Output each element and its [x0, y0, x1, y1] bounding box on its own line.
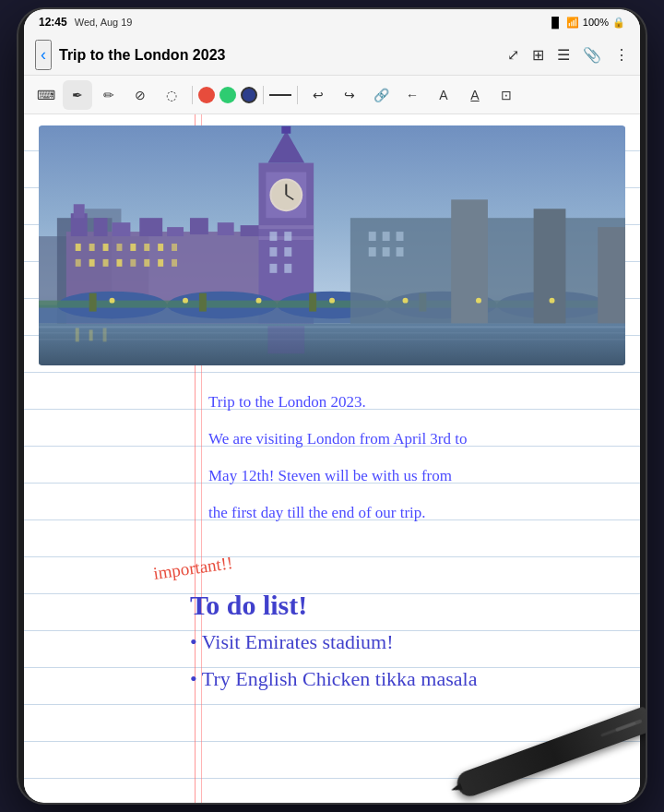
svg-rect-25 — [116, 259, 122, 267]
status-time: 12:45 — [39, 16, 67, 29]
svg-rect-38 — [259, 225, 314, 229]
svg-rect-26 — [130, 259, 136, 267]
list-icon[interactable]: ☰ — [557, 46, 570, 64]
status-date: Wed, Aug 19 — [75, 17, 133, 28]
svg-rect-16 — [103, 244, 109, 251]
content-area: Trip to the London 2023. We are visiting… — [24, 125, 640, 803]
svg-rect-13 — [241, 225, 261, 236]
note-line-2: We are visiting London from April 3rd to — [208, 421, 622, 458]
note-line-4: the first day till the end of our trip. — [208, 495, 622, 531]
svg-rect-6 — [74, 204, 85, 218]
svg-rect-63 — [397, 232, 404, 241]
color-dark-blue[interactable] — [241, 87, 257, 103]
link-tool[interactable]: 🔗 — [366, 80, 396, 110]
layout-icon[interactable]: ⊞ — [532, 46, 544, 64]
note-line-1: Trip to the London 2023. — [208, 384, 622, 421]
toolbar: ⌨ ✒ ✏ ⊘ ◌ ↩ ↪ 🔗 ← A A ⊡ — [24, 76, 640, 114]
toolbar-separator-3 — [297, 86, 298, 104]
todo-title: To do list! — [190, 587, 622, 624]
svg-rect-19 — [144, 244, 149, 251]
svg-rect-71 — [267, 326, 304, 353]
pen-tool[interactable]: ✒ — [63, 80, 92, 110]
svg-rect-11 — [190, 218, 208, 234]
more-icon[interactable]: ⋮ — [614, 46, 629, 64]
color-green[interactable] — [219, 87, 236, 103]
signal-icon: ▐▌ — [548, 17, 563, 28]
svg-rect-14 — [76, 244, 81, 251]
redo-button[interactable]: ↪ — [335, 80, 364, 110]
todo-item-1: • Visit Emirates stadium! — [190, 624, 622, 661]
svg-rect-28 — [158, 259, 163, 267]
title-bar: ‹ Trip to the London 2023 ⤢ ⊞ ☰ 📎 ⋮ — [24, 35, 640, 76]
svg-rect-55 — [309, 293, 316, 312]
svg-rect-21 — [172, 244, 177, 251]
title-actions: ⤢ ⊞ ☰ 📎 ⋮ — [507, 46, 629, 64]
svg-rect-64 — [369, 247, 376, 257]
svg-rect-44 — [269, 264, 277, 273]
align-tool[interactable]: ← — [397, 80, 427, 110]
svg-rect-7 — [94, 218, 108, 236]
london-scene-svg — [39, 125, 625, 365]
london-image-container — [39, 125, 625, 365]
grid-tool[interactable]: ⊡ — [492, 80, 521, 110]
handwritten-section: important!! To do list! • Visit Emirates… — [24, 543, 640, 716]
svg-rect-22 — [76, 259, 81, 267]
toolbar-separator-1 — [192, 86, 193, 104]
important-label: important!! — [151, 544, 235, 592]
lock-icon: 🔒 — [612, 17, 625, 29]
toolbar-separator-2 — [263, 86, 264, 104]
pencil-tool[interactable]: ✏ — [94, 80, 124, 110]
note-text-area: Trip to the London 2023. We are visiting… — [24, 373, 640, 543]
svg-rect-17 — [116, 244, 122, 251]
back-button[interactable]: ‹ — [35, 40, 52, 70]
svg-rect-59 — [534, 209, 566, 328]
svg-rect-24 — [103, 259, 109, 267]
svg-rect-58 — [451, 199, 488, 328]
svg-point-75 — [110, 298, 115, 304]
svg-rect-18 — [130, 244, 136, 251]
svg-point-81 — [550, 298, 555, 304]
svg-rect-8 — [113, 222, 131, 236]
svg-rect-72 — [76, 328, 79, 341]
svg-rect-60 — [598, 227, 625, 328]
svg-rect-23 — [89, 259, 95, 267]
svg-rect-10 — [167, 227, 184, 236]
text-style-tool[interactable]: A — [460, 80, 490, 110]
svg-rect-68 — [39, 326, 625, 328]
status-bar: 12:45 Wed, Aug 19 ▐▌ 📶 100% 🔒 — [24, 9, 640, 35]
note-title: Trip to the London 2023 — [59, 47, 500, 64]
lasso-tool[interactable]: ◌ — [157, 80, 186, 110]
svg-rect-43 — [284, 247, 291, 257]
svg-rect-41 — [284, 232, 291, 241]
svg-rect-37 — [281, 126, 290, 134]
svg-rect-65 — [383, 247, 390, 257]
todo-item-2: • Try English Chicken tikka masala — [190, 661, 622, 698]
line-thickness-tool[interactable] — [269, 94, 291, 96]
battery-icon: 100% — [583, 17, 609, 28]
svg-rect-12 — [218, 222, 234, 235]
color-red[interactable] — [198, 87, 215, 103]
svg-rect-40 — [269, 232, 277, 241]
svg-point-78 — [329, 298, 335, 304]
svg-point-76 — [183, 298, 188, 304]
svg-rect-54 — [199, 293, 207, 312]
attach-icon[interactable]: 📎 — [583, 46, 601, 64]
eraser-tool[interactable]: ⊘ — [125, 80, 155, 110]
note-line-3: May 12th! Steven will be with us from — [208, 458, 622, 495]
svg-point-77 — [256, 298, 262, 304]
svg-rect-15 — [89, 244, 95, 251]
spen-grip — [600, 722, 636, 736]
svg-rect-61 — [369, 232, 376, 241]
undo-button[interactable]: ↩ — [303, 80, 333, 110]
svg-point-80 — [476, 298, 481, 304]
keyboard-tool[interactable]: ⌨ — [31, 80, 61, 110]
note-content[interactable]: Trip to the London 2023. We are visiting… — [24, 114, 640, 803]
svg-rect-66 — [397, 247, 404, 257]
svg-rect-53 — [89, 293, 97, 312]
wifi-icon: 📶 — [566, 17, 579, 29]
tablet-screen: 12:45 Wed, Aug 19 ▐▌ 📶 100% 🔒 ‹ Trip to … — [24, 9, 640, 803]
text-tool[interactable]: A — [429, 80, 458, 110]
london-image — [39, 125, 625, 365]
expand-icon[interactable]: ⤢ — [507, 46, 519, 64]
svg-rect-27 — [144, 259, 149, 267]
